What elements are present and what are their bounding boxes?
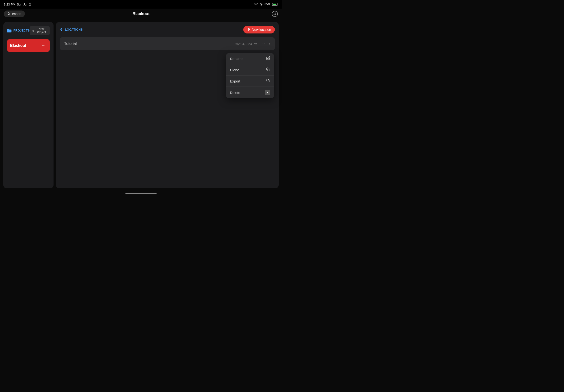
context-menu-delete[interactable]: Delete: [226, 87, 274, 98]
import-label: Import: [12, 12, 22, 16]
time-display: 3:23 PM: [4, 3, 15, 6]
import-button[interactable]: Import: [4, 11, 25, 17]
project-name: Blackout: [10, 43, 26, 48]
svg-point-1: [272, 11, 277, 16]
new-project-button[interactable]: New Project: [30, 26, 50, 35]
context-menu-clone[interactable]: Clone: [226, 64, 274, 76]
home-indicator: [125, 193, 157, 194]
context-menu-rename[interactable]: Rename: [226, 53, 274, 64]
projects-header: PROJECTS New Project: [7, 26, 50, 35]
new-location-icon: [247, 28, 250, 31]
wifi-icon: [254, 3, 258, 6]
new-location-button[interactable]: New location: [243, 26, 275, 33]
battery-percent: 85%: [264, 3, 270, 6]
location-meta: 6/2/24, 3:23 PM ··· ›: [235, 41, 271, 46]
project-blackout[interactable]: Blackout ···: [7, 39, 50, 52]
locations-header: LOCATIONS New location: [60, 26, 275, 33]
battery-icon: [272, 3, 278, 6]
new-project-label: New Project: [36, 27, 47, 34]
new-location-label: New location: [252, 28, 271, 31]
folder-icon: [7, 29, 12, 32]
chevron-right-icon: ›: [269, 41, 271, 46]
export-label: Export: [230, 79, 240, 83]
date-display: Sun Jun 2: [17, 3, 31, 6]
delete-label: Delete: [230, 91, 240, 95]
projects-label: PROJECTS: [14, 29, 30, 32]
locations-title: LOCATIONS: [60, 28, 83, 32]
projects-panel: PROJECTS New Project Blackout ···: [3, 22, 54, 188]
compass-icon[interactable]: [272, 11, 278, 17]
location-services-icon: [260, 3, 263, 6]
new-project-icon: [32, 29, 34, 32]
location-date: 6/2/24, 3:23 PM: [235, 42, 257, 46]
import-icon: [7, 12, 11, 15]
nav-bar: Import Blackout: [0, 9, 282, 19]
pencil-icon: [266, 56, 270, 61]
cloud-upload-icon: [266, 79, 270, 84]
status-bar: 3:23 PM Sun Jun 2 85%: [0, 0, 282, 9]
status-left: 3:23 PM Sun Jun 2: [4, 3, 31, 6]
location-name: Tutorial: [64, 42, 77, 46]
clone-label: Clone: [230, 68, 239, 72]
app-title: Blackout: [132, 12, 150, 16]
svg-rect-2: [268, 69, 270, 71]
rename-label: Rename: [230, 57, 244, 61]
project-menu-button[interactable]: ···: [40, 42, 47, 49]
location-more-button[interactable]: ···: [260, 41, 266, 46]
svg-point-0: [261, 4, 262, 5]
location-tutorial[interactable]: Tutorial 6/2/24, 3:23 PM ··· ›: [60, 37, 275, 50]
locations-panel: LOCATIONS New location Tutorial 6/2/24, …: [56, 22, 279, 188]
locations-label: LOCATIONS: [65, 28, 83, 31]
x-icon: [265, 90, 270, 95]
context-menu: Rename Clone Export: [226, 53, 274, 98]
status-right: 85%: [254, 3, 278, 6]
projects-title: PROJECTS: [7, 29, 30, 32]
copy-icon: [266, 67, 270, 72]
main-content: PROJECTS New Project Blackout ··· LOCATI…: [0, 19, 282, 191]
pin-icon: [60, 28, 63, 32]
context-menu-export[interactable]: Export: [226, 76, 274, 87]
